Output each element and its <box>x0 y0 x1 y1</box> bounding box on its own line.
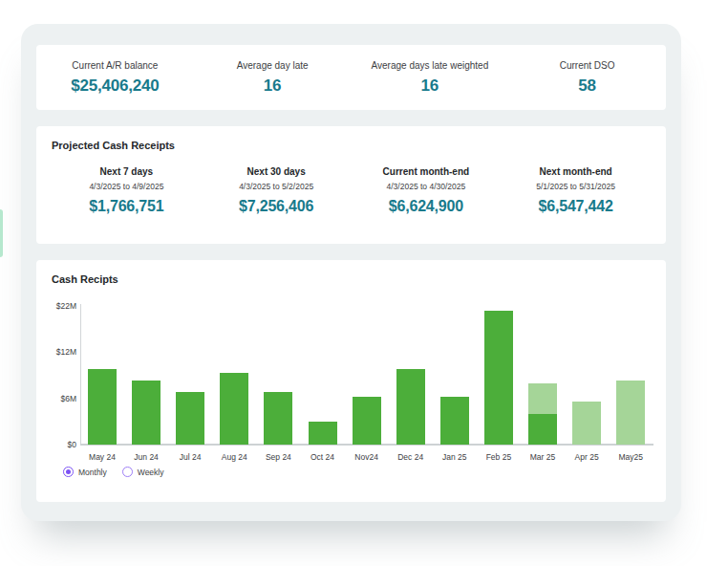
x-axis-label: May25 <box>609 452 653 462</box>
kpi-label: Current DSO <box>508 60 666 71</box>
kpi-current-dso: Current DSO 58 <box>508 60 666 96</box>
x-axis-label: Apr 25 <box>565 452 609 462</box>
x-axis-label: Jan 25 <box>433 452 477 462</box>
x-axis-label: Oct 24 <box>301 452 345 462</box>
y-tick-label: $12M <box>44 347 76 357</box>
x-axis-label: Aug 24 <box>212 452 256 462</box>
kpi-value: $25,406,240 <box>36 76 194 96</box>
x-axis-label: Dec 24 <box>389 452 433 462</box>
bar-segment-actual[interactable] <box>176 392 204 445</box>
bar-segment-actual[interactable] <box>220 373 248 445</box>
bar-segment-actual[interactable] <box>396 369 425 445</box>
kpi-average-day-late: Average day late 16 <box>194 60 352 96</box>
bar-segment-actual[interactable] <box>264 392 292 445</box>
bar-segment-actual[interactable] <box>440 397 469 445</box>
kpi-label: Average day late <box>194 60 352 71</box>
projection-next-month-end: Next month-end 5/1/2025 to 5/31/2025 $6,… <box>501 166 651 215</box>
x-axis-label: Nov24 <box>345 452 389 462</box>
y-axis-line <box>80 304 81 445</box>
projection-label: Next 30 days <box>202 166 352 177</box>
projection-label: Current month-end <box>352 166 502 177</box>
projection-label: Next month-end <box>501 166 651 177</box>
y-tick-label: $22M <box>44 301 76 311</box>
radio-dot <box>66 469 71 474</box>
kpi-average-days-late-weighted: Average days late weighted 16 <box>352 60 509 96</box>
bar-segment-projected[interactable] <box>572 402 601 445</box>
chart-interval-controls: MonthlyWeekly <box>63 467 163 477</box>
x-axis-label: Jul 24 <box>168 452 212 462</box>
kpi-label: Current A/R balance <box>36 60 194 71</box>
bar-segment-actual[interactable] <box>132 381 161 445</box>
radio-weekly[interactable]: Weekly <box>122 467 164 477</box>
projection-label: Next 7 days <box>52 166 202 177</box>
projection-current-month-end: Current month-end 4/3/2025 to 4/30/2025 … <box>352 166 502 215</box>
kpi-label: Average days late weighted <box>352 60 509 71</box>
kpi-value: 16 <box>352 76 509 96</box>
radio-unselected-icon[interactable] <box>122 467 133 477</box>
radio-selected-icon[interactable] <box>63 467 74 477</box>
radio-monthly[interactable]: Monthly <box>63 467 107 477</box>
projection-next-7-days: Next 7 days 4/3/2025 to 4/9/2025 $1,766,… <box>52 166 202 215</box>
projection-value: $1,766,751 <box>52 198 202 215</box>
projected-cash-receipts-grid: Next 7 days 4/3/2025 to 4/9/2025 $1,766,… <box>52 166 651 215</box>
projection-value: $7,256,406 <box>202 198 352 215</box>
y-tick-label: $0 <box>44 440 76 449</box>
projection-date-range: 4/3/2025 to 5/2/2025 <box>202 182 352 191</box>
kpi-current-ar-balance: Current A/R balance $25,406,240 <box>36 60 194 96</box>
y-tick-label: $6M <box>44 394 76 403</box>
radio-label: Weekly <box>138 468 164 477</box>
projection-date-range: 4/3/2025 to 4/9/2025 <box>52 182 202 191</box>
x-axis-label: Feb 25 <box>477 452 521 462</box>
bar-segment-actual[interactable] <box>528 414 557 445</box>
x-axis-label: May 24 <box>80 452 124 462</box>
bar-segment-actual[interactable] <box>309 422 337 445</box>
projection-date-range: 4/3/2025 to 4/30/2025 <box>352 182 502 191</box>
projection-value: $6,547,442 <box>501 198 651 215</box>
projected-cash-receipts-title: Projected Cash Receipts <box>52 140 651 151</box>
projection-next-30-days: Next 30 days 4/3/2025 to 5/2/2025 $7,256… <box>202 166 352 215</box>
projected-cash-receipts-card: Projected Cash Receipts Next 7 days 4/3/… <box>36 126 666 244</box>
x-axis-label: Sep 24 <box>256 452 300 462</box>
x-axis-label: Mar 25 <box>521 452 565 462</box>
bar-segment-projected[interactable] <box>528 383 557 414</box>
cash-receipts-chart-title: Cash Recipts <box>52 273 118 285</box>
bar-segment-actual[interactable] <box>353 397 381 445</box>
kpi-value: 58 <box>508 76 666 96</box>
bar-segment-actual[interactable] <box>88 369 117 445</box>
projection-value: $6,624,900 <box>352 198 502 215</box>
bar-segment-actual[interactable] <box>484 311 513 445</box>
x-axis-label: Jun 24 <box>124 452 168 462</box>
left-edge-accent <box>0 209 3 257</box>
kpi-value: 16 <box>194 76 352 96</box>
kpi-summary-card: Current A/R balance $25,406,240 Average … <box>36 45 666 110</box>
cash-receipts-chart-card: Cash Recipts $0$6M$12M$22MMay 24Jun 24Ju… <box>36 260 666 502</box>
radio-label: Monthly <box>78 468 107 477</box>
bar-segment-projected[interactable] <box>616 381 645 445</box>
dashboard-panel: Current A/R balance $25,406,240 Average … <box>21 24 681 521</box>
projection-date-range: 5/1/2025 to 5/31/2025 <box>501 182 651 191</box>
